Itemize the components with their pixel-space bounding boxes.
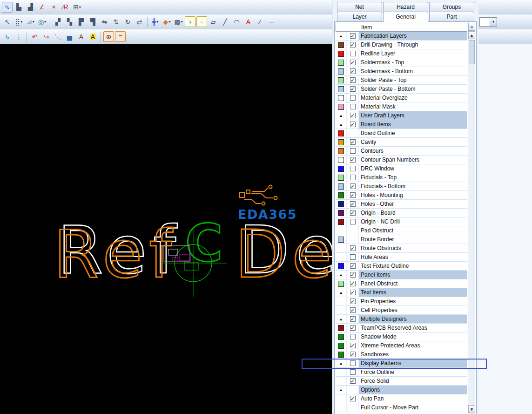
list-scrollbar[interactable]: ≡ ▲ ▼ — [468, 23, 475, 414]
color-swatch[interactable] — [338, 192, 344, 198]
color-swatch[interactable] — [338, 281, 344, 287]
layer-chart-button[interactable]: ▅ — [64, 31, 75, 42]
place-tool-dropdown-arrow[interactable]: ▾ — [168, 20, 170, 24]
zoom-in-button[interactable]: + — [185, 16, 195, 27]
visibility-checkbox[interactable]: ✓ — [350, 272, 356, 278]
color-swatch[interactable] — [338, 343, 344, 349]
flip-vertical-button[interactable]: ⇅ — [111, 16, 121, 27]
layer-row[interactable]: Rule Areas — [336, 253, 467, 262]
grid-settings-button[interactable]: ⊞▾ — [72, 2, 82, 13]
layer-row[interactable]: Redline Layer — [336, 49, 467, 58]
layer-row[interactable]: ▲✓Fabrication Layers — [336, 32, 467, 41]
layer-row[interactable]: Route Border — [336, 235, 467, 244]
layer-row[interactable]: ✓Soldermask - Bottom — [336, 67, 467, 76]
layer-row[interactable]: ✓Test Fixture Outline — [336, 262, 467, 271]
vector-text-button[interactable]: A — [76, 31, 87, 42]
collapse-arrow-icon[interactable]: ▲ — [339, 291, 343, 295]
visibility-checkbox[interactable]: ✓ — [350, 299, 356, 304]
visibility-checkbox[interactable]: ✓ — [350, 263, 356, 269]
tab-hazard[interactable]: Hazard — [383, 2, 428, 12]
color-swatch[interactable] — [338, 130, 344, 136]
layer-row[interactable]: ▲✓Text Items — [336, 288, 467, 297]
color-swatch[interactable] — [338, 139, 344, 145]
visibility-checkbox[interactable]: ✓ — [350, 378, 356, 384]
layer-row[interactable]: Origin - NC Drill — [336, 217, 467, 226]
visibility-checkbox[interactable] — [350, 254, 356, 260]
text-highlight-button[interactable]: A — [88, 31, 98, 42]
layer-row[interactable]: ✓Panel Obstruct — [336, 279, 467, 288]
tab-groups[interactable]: Groups — [429, 2, 474, 12]
layer-row[interactable]: ✓Cell Properties — [336, 306, 467, 315]
rotate-button[interactable]: ↻ — [122, 16, 133, 27]
visibility-checkbox[interactable]: ✓ — [350, 77, 356, 83]
list-menu-button[interactable]: ≡ — [468, 23, 475, 31]
scroll-up-button[interactable]: ▲ — [468, 31, 475, 39]
collapse-arrow-icon[interactable]: ▲ — [339, 34, 343, 38]
layer-row[interactable]: ✓Origin - Board — [336, 209, 467, 217]
hazard-histogram-h-button[interactable]: ▙ — [13, 2, 24, 13]
place-tool-button[interactable]: ◆▾ — [162, 16, 172, 27]
draw-dash-button[interactable]: ─ — [266, 16, 277, 27]
layer-row[interactable]: ✓Solder Paste - Top — [336, 76, 467, 85]
layer-row[interactable]: ▲✓Multiple Designers — [336, 315, 467, 324]
select-mode-button[interactable]: ↖ — [2, 16, 13, 27]
visibility-checkbox[interactable]: ✓ — [350, 325, 356, 331]
layer-row[interactable]: Full Cursor - Move Part — [336, 403, 467, 412]
collapse-arrow-icon[interactable]: ▲ — [339, 273, 343, 277]
visibility-checkbox[interactable]: ✓ — [350, 33, 356, 39]
color-swatch[interactable] — [338, 219, 344, 225]
layer-row[interactable]: ✓Sandboxes — [336, 350, 467, 359]
color-swatch[interactable] — [338, 86, 344, 92]
layer-row[interactable]: ▲Options — [336, 386, 467, 394]
visibility-checkbox[interactable]: ✓ — [350, 192, 356, 198]
cursor-crosshair-button[interactable]: ⊕ — [103, 31, 114, 42]
layer-row[interactable]: ✓Pin Properties — [336, 297, 467, 306]
cell-top-button[interactable]: ▛ — [76, 16, 87, 27]
layer-row[interactable]: ▲✓Board Items — [336, 120, 467, 129]
color-swatch[interactable] — [338, 334, 344, 340]
color-swatch[interactable] — [338, 95, 344, 101]
combobox-value[interactable] — [480, 18, 490, 26]
grid-display-button[interactable]: ⣿▾ — [13, 16, 24, 27]
color-swatch[interactable] — [338, 263, 344, 269]
hazard-histogram-button[interactable]: ▟ — [25, 2, 36, 13]
color-swatch[interactable] — [338, 42, 344, 48]
collapse-arrow-icon[interactable]: ▲ — [339, 317, 343, 321]
visibility-checkbox[interactable] — [350, 51, 356, 56]
design-canvas[interactable]: Ref De Ref De C EDA365 — [0, 44, 332, 414]
redline-vias-button[interactable]: ⋱ — [53, 31, 63, 42]
visibility-checkbox[interactable] — [350, 148, 356, 154]
draw-polyline-button[interactable]: ▱ — [208, 16, 219, 27]
visibility-checkbox[interactable]: ✓ — [350, 343, 356, 348]
visibility-checkbox[interactable] — [350, 360, 356, 366]
color-swatch[interactable] — [338, 175, 344, 181]
visibility-checkbox[interactable]: ✓ — [350, 60, 356, 65]
visibility-checkbox[interactable]: ✓ — [350, 86, 356, 92]
color-swatch[interactable] — [338, 210, 344, 216]
visibility-checkbox[interactable]: ✓ — [350, 316, 356, 322]
layer-row[interactable]: ▲✓User Draft Layers — [336, 111, 467, 120]
layer-row[interactable]: ✓Solder Paste - Bottom — [336, 85, 467, 94]
visibility-checkbox[interactable]: ✓ — [350, 183, 356, 189]
draw-line-button[interactable]: ╱ — [220, 16, 230, 27]
layer-row[interactable]: Force Outline — [336, 368, 467, 377]
color-swatch[interactable] — [338, 148, 344, 154]
color-swatch[interactable] — [338, 68, 344, 75]
layer-row[interactable]: Material Overglaze — [336, 94, 467, 102]
visibility-checkbox[interactable]: ✓ — [350, 281, 356, 286]
swap-button[interactable]: ⇄ — [134, 16, 145, 27]
color-swatch[interactable] — [338, 201, 344, 207]
angle-mode-button[interactable]: ⊿▾ — [25, 16, 36, 27]
layer-row[interactable]: Shadow Mode — [336, 333, 467, 341]
visibility-checkbox[interactable]: ✓ — [350, 210, 356, 216]
visibility-checkbox[interactable]: ✓ — [350, 201, 356, 207]
tab-net[interactable]: Net — [337, 2, 382, 12]
layer-row[interactable]: ✓TeamPCB Reserved Areas — [336, 324, 467, 333]
route-pattern-button[interactable]: ⋮ — [13, 31, 24, 42]
flip-horizontal-button[interactable]: ⇋ — [99, 16, 110, 27]
fill-pattern-dropdown-arrow[interactable]: ▾ — [181, 20, 183, 24]
measure-x-button[interactable]: × — [48, 2, 59, 13]
view-target-dropdown-arrow[interactable]: ▾ — [44, 20, 46, 24]
color-swatch[interactable] — [338, 183, 344, 190]
layer-row[interactable]: Fiducials - Top — [336, 173, 467, 182]
